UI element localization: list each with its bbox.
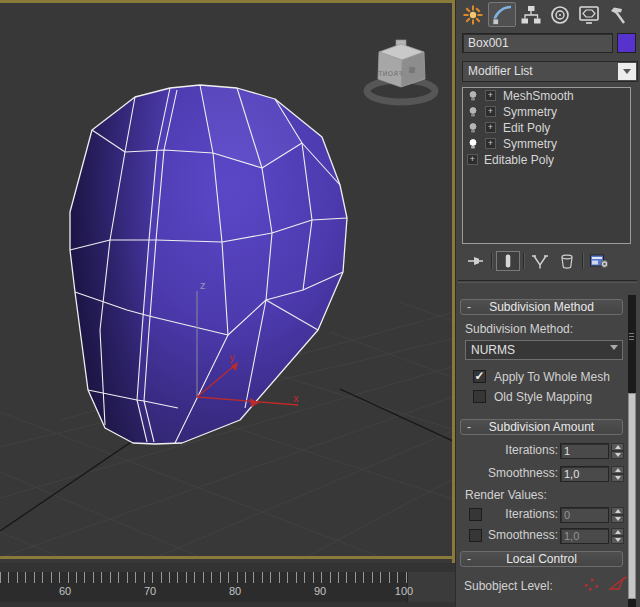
spinner-down-button[interactable] <box>611 474 624 482</box>
frame-label: 90 <box>314 585 326 597</box>
remove-modifier-button[interactable] <box>555 251 579 271</box>
apply-to-whole-mesh-checkbox[interactable]: ✓ <box>473 370 486 383</box>
arrow-up-icon <box>615 530 621 534</box>
spinner-up-button[interactable] <box>611 507 624 515</box>
smoothness-spinner[interactable] <box>611 466 624 482</box>
render-smoothness-row: Smoothness: 1,0 <box>456 528 640 544</box>
smoothness-field[interactable]: 1,0 <box>560 466 609 482</box>
object-name-field[interactable]: Box001 <box>462 33 613 53</box>
render-smoothness-field[interactable]: 1,0 <box>560 528 609 544</box>
lightbulb-icon[interactable] <box>467 105 479 119</box>
viewcube-front-label: FRONT <box>378 70 403 78</box>
modifier-list-dropdown[interactable]: Modifier List <box>462 61 638 82</box>
frame-label: 60 <box>59 585 71 597</box>
stack-row-editpoly[interactable]: + Edit Poly <box>463 120 630 136</box>
object-color-swatch[interactable] <box>617 33 636 53</box>
expand-plus-icon[interactable]: + <box>485 122 496 133</box>
expand-plus-icon[interactable]: + <box>467 154 478 165</box>
spinner-up-button[interactable] <box>611 528 624 536</box>
chevron-down-icon <box>610 348 618 366</box>
rollout-header-local-control[interactable]: - Local Control <box>460 551 623 567</box>
toolbar-separator <box>582 253 584 269</box>
edge-subobject-icon <box>608 576 628 593</box>
hierarchy-icon <box>520 4 542 26</box>
toolbar-separator <box>491 253 493 269</box>
iterations-field[interactable]: 1 <box>560 443 609 459</box>
command-panel-tabs <box>459 2 632 27</box>
create-tab[interactable] <box>459 2 487 27</box>
vertex-subobject-icon <box>582 576 602 593</box>
subobject-edge-button[interactable] <box>608 576 628 597</box>
rollout-header-subdivision-amount[interactable]: - Subdivision Amount <box>460 419 623 435</box>
render-iterations-label: Iterations: <box>456 507 558 521</box>
subobject-vertex-button[interactable] <box>582 576 602 597</box>
collapse-icon[interactable]: - <box>467 300 471 314</box>
iterations-spinner[interactable] <box>611 443 624 459</box>
make-unique-button[interactable] <box>528 251 552 271</box>
configure-modifier-sets-button[interactable] <box>587 251 611 271</box>
subobject-level-label: Subobject Level: <box>464 579 553 593</box>
apply-to-whole-mesh-label: Apply To Whole Mesh <box>494 370 610 384</box>
motion-tab[interactable] <box>546 2 574 27</box>
stack-row-meshsmooth[interactable]: + MeshSmooth <box>463 88 630 104</box>
old-style-mapping-label: Old Style Mapping <box>494 390 592 404</box>
show-end-result-icon <box>498 252 518 270</box>
render-iterations-field[interactable]: 0 <box>560 507 609 523</box>
app-root: { "ui": { "plus": "+", "minus": "-", "ch… <box>0 0 640 607</box>
expand-plus-icon[interactable]: + <box>485 90 496 101</box>
sunburst-icon <box>462 4 484 26</box>
spinner-down-button[interactable] <box>611 536 624 544</box>
timeline-right-gap <box>407 572 455 602</box>
spinner-up-button[interactable] <box>611 466 624 474</box>
lightbulb-icon[interactable] <box>467 121 479 135</box>
spinner-down-button[interactable] <box>611 451 624 459</box>
stack-row-editablepoly[interactable]: + Editable Poly <box>463 152 630 168</box>
rollout-header-subdivision-method[interactable]: - Subdivision Method <box>460 299 623 315</box>
dropdown-button[interactable] <box>618 63 636 80</box>
viewport-scene[interactable]: FRONT z y x <box>0 0 455 563</box>
arrow-down-icon <box>615 476 621 480</box>
frame-label: 80 <box>229 585 241 597</box>
lightbulb-icon-bright[interactable] <box>467 137 479 151</box>
hammer-icon <box>607 4 629 26</box>
modifier-list-label: Modifier List <box>468 64 533 78</box>
arrow-up-icon <box>615 509 621 513</box>
expand-plus-icon[interactable]: + <box>485 106 496 117</box>
subdivision-method-dropdown[interactable]: NURMS <box>465 340 623 360</box>
old-style-mapping-checkbox[interactable] <box>473 390 486 403</box>
display-tab[interactable] <box>575 2 603 27</box>
y-axis-label: y <box>229 352 235 363</box>
render-smoothness-spinner[interactable] <box>611 528 624 544</box>
lightbulb-icon[interactable] <box>467 89 479 103</box>
track-bar[interactable]: 60 70 80 90 100 <box>0 563 455 607</box>
pin-stack-button[interactable] <box>464 251 488 271</box>
spinner-down-button[interactable] <box>611 515 624 523</box>
show-end-result-button[interactable] <box>496 251 520 271</box>
render-iterations-row: Iterations: 0 <box>456 507 640 523</box>
hierarchy-tab[interactable] <box>517 2 545 27</box>
panel-scrollbar[interactable] <box>628 295 636 607</box>
spinner-up-button[interactable] <box>611 443 624 451</box>
smoothness-row: Smoothness: 1,0 <box>456 466 640 482</box>
arrow-down-icon <box>615 538 621 542</box>
collapse-icon[interactable]: - <box>467 420 471 434</box>
render-smoothness-label: Smoothness: <box>456 528 558 542</box>
modify-tab[interactable] <box>488 2 516 27</box>
timeline-ticks[interactable] <box>0 572 407 583</box>
modifier-stack: + MeshSmooth + Symmetry + Edit Poly + Sy… <box>462 87 631 244</box>
iterations-row: Iterations: 1 <box>456 443 640 459</box>
make-unique-icon <box>530 252 550 270</box>
perspective-viewport[interactable]: FRONT z y x <box>0 0 455 563</box>
concentric-circles-icon <box>549 4 571 26</box>
utilities-tab[interactable] <box>604 2 632 27</box>
stack-row-symmetry-2[interactable]: + Symmetry <box>463 136 630 152</box>
render-iterations-spinner[interactable] <box>611 507 624 523</box>
monitor-icon <box>578 4 600 26</box>
toolbar-separator <box>523 253 525 269</box>
viewcube-side-glyph <box>409 67 416 74</box>
expand-plus-icon[interactable]: + <box>485 138 496 149</box>
pin-stack-icon <box>466 252 486 270</box>
stack-row-symmetry-1[interactable]: + Symmetry <box>463 104 630 120</box>
collapse-icon[interactable]: - <box>467 552 471 566</box>
scrollbar-thumb[interactable] <box>628 393 636 599</box>
